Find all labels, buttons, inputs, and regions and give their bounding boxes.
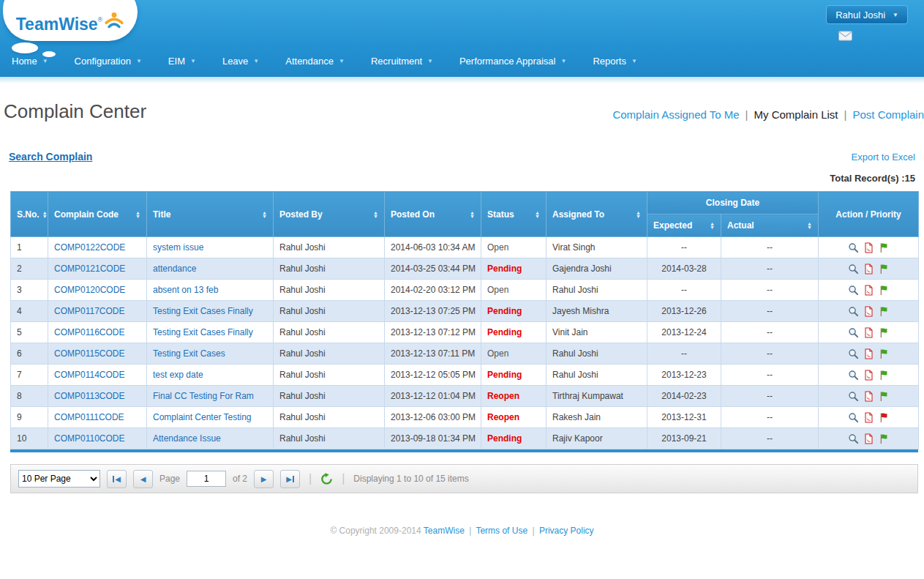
col-header-status[interactable]: Status▲▼ — [481, 192, 546, 237]
pdf-icon[interactable] — [863, 348, 874, 359]
col-header-title[interactable]: Title▲▼ — [147, 192, 274, 237]
pdf-icon[interactable] — [863, 285, 874, 296]
col-header-complain-code[interactable]: Complain Code▲▼ — [48, 192, 147, 237]
sort-icon[interactable]: ▲▼ — [710, 222, 715, 229]
complain-code-link[interactable]: COMP0113CODE — [54, 391, 124, 401]
col-header-sno[interactable]: S.No.▲▼ — [11, 192, 48, 237]
priority-flag-icon[interactable] — [879, 264, 890, 274]
priority-flag-icon[interactable] — [879, 285, 890, 296]
col-header-expected[interactable]: Expected▲▼ — [647, 214, 721, 237]
complain-code-link[interactable]: COMP0120CODE — [54, 285, 125, 295]
complain-title-link[interactable]: Attendance Issue — [153, 433, 221, 444]
tab-post-complain[interactable]: Post Complain — [852, 108, 924, 121]
complain-code-link[interactable]: COMP0110CODE — [54, 433, 124, 444]
sort-icon[interactable]: ▲▼ — [807, 222, 812, 229]
priority-flag-icon[interactable] — [879, 412, 890, 423]
view-icon[interactable] — [848, 242, 859, 253]
view-icon[interactable] — [848, 327, 859, 338]
complain-code-link[interactable]: COMP0114CODE — [54, 370, 124, 380]
complain-code-link[interactable]: COMP0122CODE — [54, 242, 125, 253]
mail-icon[interactable] — [838, 31, 852, 44]
nav-item-eim[interactable]: EIM▼ — [168, 56, 196, 67]
complain-title-link[interactable]: test exp date — [153, 370, 203, 380]
view-icon[interactable] — [848, 433, 859, 444]
search-complain-link[interactable]: Search Complain — [9, 151, 92, 163]
view-icon[interactable] — [848, 306, 859, 317]
view-icon[interactable] — [848, 285, 859, 296]
col-header-posted-by[interactable]: Posted By▲▼ — [274, 192, 385, 237]
complain-code-link[interactable]: COMP0117CODE — [54, 306, 124, 316]
refresh-icon[interactable] — [320, 473, 333, 485]
tab-complain-assigned-to-me[interactable]: Complain Assigned To Me — [612, 108, 739, 121]
nav-item-recruitment[interactable]: Recruitment▼ — [371, 56, 433, 67]
view-icon[interactable] — [848, 370, 859, 381]
col-header-actual[interactable]: Actual▲▼ — [721, 214, 819, 237]
priority-flag-icon[interactable] — [879, 306, 890, 317]
cell-posted-by: Rahul Joshi — [274, 428, 385, 449]
footer-link-teamwise[interactable]: TeamWise — [424, 526, 465, 536]
pdf-icon[interactable] — [863, 370, 874, 381]
pdf-icon[interactable] — [863, 327, 874, 338]
complain-title-link[interactable]: Testing Exit Cases — [153, 348, 225, 359]
complain-title-link[interactable]: Complaint Center Testing — [153, 412, 252, 422]
nav-item-reports[interactable]: Reports▼ — [593, 56, 636, 67]
complain-code-link[interactable]: COMP0116CODE — [54, 327, 124, 337]
page-number-input[interactable] — [187, 471, 226, 487]
sort-icon[interactable]: ▲▼ — [636, 211, 641, 218]
sort-icon[interactable]: ▲▼ — [42, 211, 48, 218]
pdf-icon[interactable] — [863, 242, 874, 253]
cell-posted-by: Rahul Joshi — [274, 280, 385, 301]
footer-link-terms-of-use[interactable]: Terms of Use — [476, 526, 527, 536]
priority-flag-icon[interactable] — [879, 433, 890, 444]
view-icon[interactable] — [848, 348, 859, 359]
col-header-label: Posted On — [391, 209, 435, 220]
col-header-posted-on[interactable]: Posted On▲▼ — [385, 192, 481, 237]
pdf-icon[interactable] — [863, 391, 874, 402]
tab-my-complain-list[interactable]: My Complain List — [754, 108, 838, 121]
priority-flag-icon[interactable] — [879, 242, 890, 253]
footer-link-privacy-policy[interactable]: Privacy Policy — [539, 526, 594, 536]
complain-title-link[interactable]: Testing Exit Cases Finally — [153, 306, 253, 316]
priority-flag-icon[interactable] — [879, 327, 890, 338]
nav-item-attendance[interactable]: Attendance▼ — [285, 56, 345, 67]
nav-label: Configuration — [75, 56, 131, 67]
col-header-assigned-to[interactable]: Assigned To▲▼ — [546, 192, 647, 237]
first-page-icon[interactable]: ◀ — [107, 470, 127, 488]
user-menu-button[interactable]: Rahul Joshi ▼ — [826, 5, 908, 24]
priority-flag-icon[interactable] — [879, 370, 890, 381]
nav-item-performance-appraisal[interactable]: Performance Appraisal▼ — [459, 56, 566, 67]
sort-icon[interactable]: ▲▼ — [470, 211, 475, 218]
complain-title-link[interactable]: Final CC Testing For Ram — [153, 391, 254, 401]
sort-icon[interactable]: ▲▼ — [535, 211, 540, 218]
teamwise-logo[interactable]: TeamWise ® — [3, 0, 138, 41]
sort-icon[interactable]: ▲▼ — [373, 211, 378, 218]
view-icon[interactable] — [848, 412, 859, 423]
complain-code-link[interactable]: COMP0115CODE — [54, 348, 124, 359]
complain-title-link[interactable]: Testing Exit Cases Finally — [153, 327, 253, 337]
pdf-icon[interactable] — [863, 412, 874, 423]
status-text: Pending — [487, 370, 522, 380]
previous-page-icon[interactable]: ◀ — [133, 470, 153, 488]
complain-title-link[interactable]: absent on 13 feb — [153, 285, 218, 295]
priority-flag-icon[interactable] — [879, 391, 890, 402]
sort-icon[interactable]: ▲▼ — [135, 211, 140, 218]
nav-item-home[interactable]: Home▼ — [12, 56, 48, 67]
complain-code-link[interactable]: COMP0121CODE — [54, 264, 125, 274]
complain-code-link[interactable]: COMP0111CODE — [54, 412, 124, 422]
export-to-excel-link[interactable]: Export to Excel — [852, 152, 915, 163]
last-page-icon[interactable]: ▶ — [280, 470, 300, 488]
priority-flag-icon[interactable] — [879, 348, 890, 359]
nav-item-configuration[interactable]: Configuration▼ — [75, 56, 142, 67]
pdf-icon[interactable] — [863, 433, 874, 444]
next-page-icon[interactable]: ▶ — [254, 470, 274, 488]
complain-title-link[interactable]: system issue — [153, 242, 203, 253]
cell-actions — [819, 237, 919, 258]
pdf-icon[interactable] — [863, 264, 874, 274]
pdf-icon[interactable] — [863, 306, 874, 317]
view-icon[interactable] — [848, 391, 859, 402]
per-page-select[interactable]: 10 Per Page — [18, 470, 100, 488]
sort-icon[interactable]: ▲▼ — [262, 211, 267, 218]
nav-item-leave[interactable]: Leave▼ — [222, 56, 259, 67]
complain-title-link[interactable]: attendance — [153, 264, 196, 274]
view-icon[interactable] — [848, 264, 859, 274]
